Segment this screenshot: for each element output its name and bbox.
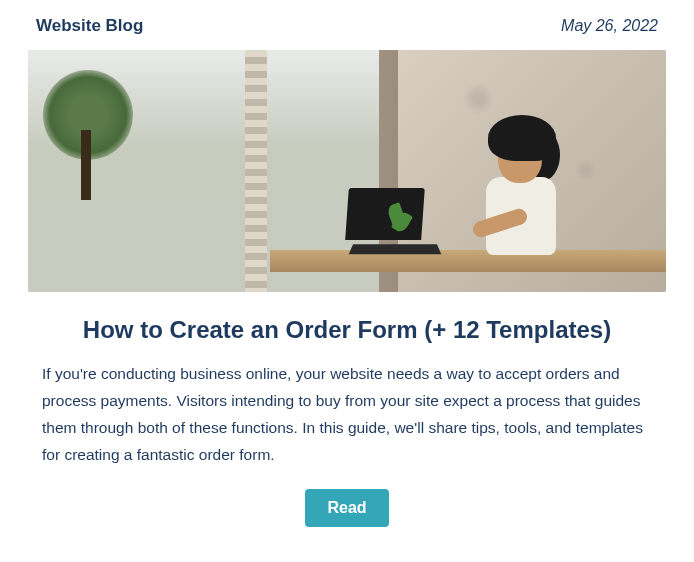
tree-illustration [43, 70, 133, 190]
brand-title: Website Blog [36, 16, 143, 36]
header: Website Blog May 26, 2022 [28, 12, 666, 36]
blind-illustration [245, 50, 267, 292]
article-description: If you're conducting business online, yo… [42, 360, 652, 469]
plant-illustration [385, 204, 407, 244]
read-button[interactable]: Read [305, 489, 388, 527]
article-content: How to Create an Order Form (+ 12 Templa… [28, 292, 666, 527]
button-container: Read [42, 489, 652, 527]
publish-date: May 26, 2022 [561, 17, 658, 35]
article-title: How to Create an Order Form (+ 12 Templa… [42, 316, 652, 344]
person-illustration [466, 115, 576, 275]
hero-image [28, 50, 666, 292]
